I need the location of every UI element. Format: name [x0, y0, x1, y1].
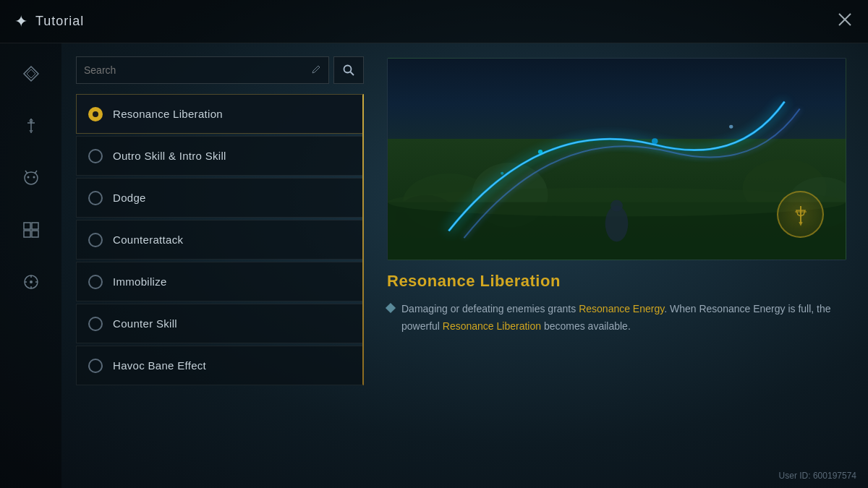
list-item-resonance-liberation[interactable]: Resonance Liberation — [76, 94, 364, 134]
radio-outro-intro-skill — [88, 149, 103, 163]
search-input-wrap[interactable] — [76, 56, 329, 84]
close-button[interactable] — [836, 11, 854, 33]
svg-rect-10 — [32, 231, 38, 237]
svg-point-30 — [729, 125, 733, 129]
item-label-outro-intro-skill: Outro Skill & Intro Skill — [113, 150, 226, 162]
svg-point-5 — [27, 176, 29, 179]
desc-text: Damaging or defeating enemies grants Res… — [401, 301, 846, 335]
item-label-havoc-bane-effect: Havoc Bane Effect — [113, 359, 206, 372]
highlight-resonance-liberation: Resonance Liberation — [443, 320, 541, 332]
svg-point-29 — [652, 138, 658, 144]
search-input[interactable] — [84, 64, 307, 76]
item-label-counter-skill: Counter Skill — [113, 317, 177, 330]
edit-icon — [311, 64, 321, 77]
svg-point-12 — [30, 281, 33, 283]
list-item-havoc-bane-effect[interactable]: Havoc Bane Effect — [76, 346, 364, 385]
header-bar: ✦ Tutorial — [0, 0, 868, 43]
detail-title: Resonance Liberation — [387, 272, 846, 291]
sidebar-icon-creature[interactable] — [15, 162, 47, 194]
search-button[interactable] — [333, 56, 364, 84]
radio-havoc-bane-effect — [88, 359, 103, 373]
header-title: Tutorial — [35, 14, 84, 29]
list-item-counter-skill[interactable]: Counter Skill — [76, 304, 364, 343]
header-title-group: ✦ Tutorial — [14, 12, 84, 31]
tutorial-list: Resonance Liberation Outro Skill & Intro… — [76, 94, 364, 385]
sidebar-icon-compass[interactable] — [15, 266, 47, 298]
highlight-resonance-energy: Resonance Energy — [579, 303, 664, 314]
search-bar — [76, 56, 364, 84]
main-content: Resonance Liberation Outro Skill & Intro… — [61, 43, 868, 488]
detail-panel: Resonance Liberation Damaging or defeati… — [373, 43, 868, 488]
svg-line-18 — [351, 72, 354, 76]
radio-counter-skill — [88, 317, 103, 331]
svg-rect-8 — [32, 223, 38, 229]
radio-resonance-liberation — [88, 107, 103, 121]
svg-point-6 — [33, 176, 35, 179]
user-id: User ID: 600197574 — [779, 471, 856, 481]
desc-diamond-icon — [386, 303, 396, 313]
sidebar — [0, 43, 61, 488]
weapon-circle-icon — [777, 191, 824, 238]
svg-point-28 — [538, 150, 542, 154]
list-item-dodge[interactable]: Dodge — [76, 178, 364, 218]
list-item-immobilize[interactable]: Immobilize — [76, 262, 364, 301]
radio-dodge — [88, 191, 103, 205]
detail-description: Damaging or defeating enemies grants Res… — [387, 301, 846, 335]
svg-rect-9 — [24, 231, 30, 237]
item-label-counterattack: Counterattack — [113, 234, 183, 246]
sidebar-icon-diamond[interactable] — [15, 58, 47, 90]
svg-point-31 — [501, 172, 503, 175]
sidebar-icon-sword[interactable] — [15, 110, 47, 142]
tutorial-icon: ✦ — [14, 12, 28, 31]
list-panel: Resonance Liberation Outro Skill & Intro… — [61, 43, 373, 488]
item-label-immobilize: Immobilize — [113, 275, 167, 288]
sidebar-icon-settings[interactable] — [15, 214, 47, 246]
detail-image — [387, 58, 846, 260]
svg-point-17 — [344, 66, 352, 73]
list-item-counterattack[interactable]: Counterattack — [76, 220, 364, 260]
item-label-dodge: Dodge — [113, 192, 146, 204]
radio-immobilize — [88, 275, 103, 289]
scene-bg — [388, 59, 846, 260]
radio-counterattack — [88, 233, 103, 247]
item-label-resonance-liberation: Resonance Liberation — [113, 108, 223, 120]
svg-rect-7 — [24, 223, 30, 229]
list-item-outro-intro-skill[interactable]: Outro Skill & Intro Skill — [76, 136, 364, 176]
svg-point-27 — [610, 200, 623, 212]
energy-arc-svg — [388, 59, 846, 260]
